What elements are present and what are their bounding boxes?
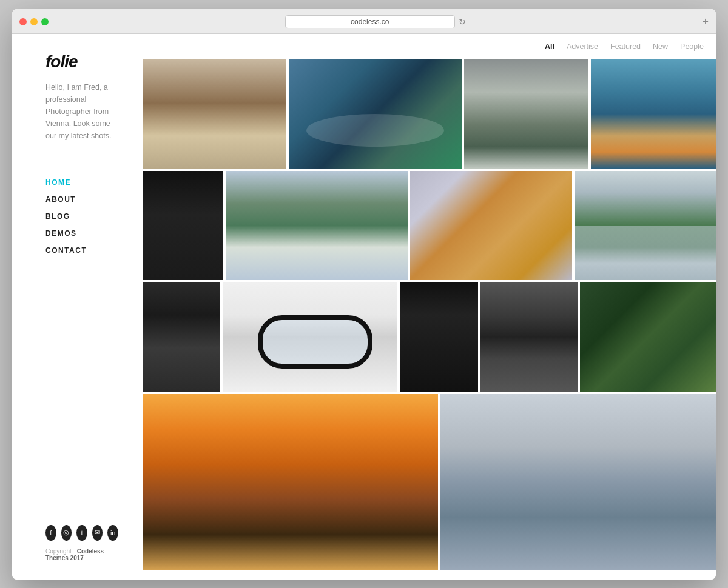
grid-row-2 (143, 171, 716, 280)
photo-forest[interactable] (580, 282, 716, 392)
site-wrapper: folie Hello, I am Fred, a professional P… (12, 34, 716, 580)
nav-demos[interactable]: DEMOS (46, 229, 118, 238)
minimize-button[interactable] (30, 18, 38, 25)
filter-featured[interactable]: Featured (610, 42, 641, 51)
photo-desert[interactable] (143, 59, 286, 169)
photo-golden-gate[interactable] (591, 59, 716, 169)
grid-row-1 (143, 59, 716, 169)
fullscreen-button[interactable] (41, 18, 49, 25)
photo-person[interactable] (143, 171, 223, 280)
site-logo: folie (46, 52, 118, 72)
new-tab-button[interactable]: + (702, 16, 709, 27)
sidebar: folie Hello, I am Fred, a professional P… (12, 34, 143, 580)
photo-grid (143, 59, 716, 570)
photo-mist[interactable] (464, 59, 589, 169)
photo-wolf[interactable] (480, 282, 578, 392)
photo-mountain[interactable] (575, 171, 716, 280)
filter-advertise[interactable]: Advertise (567, 42, 598, 51)
photo-sunset-man[interactable] (143, 394, 438, 570)
social-icons: f ◎ t ✉ in (46, 525, 118, 541)
address-bar: codeless.co ↻ (53, 15, 697, 28)
photo-bridge-aerial[interactable] (440, 394, 716, 570)
photo-portrait[interactable] (400, 282, 477, 392)
instagram-icon[interactable]: ◎ (61, 525, 72, 541)
facebook-icon[interactable]: f (46, 525, 56, 541)
filter-new[interactable]: New (653, 42, 668, 51)
photo-foxes[interactable] (410, 171, 572, 280)
nav-home[interactable]: HOME (46, 178, 118, 187)
url-input[interactable]: codeless.co (285, 15, 455, 28)
photo-lake[interactable] (226, 171, 408, 280)
photo-coast[interactable] (289, 59, 462, 169)
navigation-menu: HOME ABOUT BLOG DEMOS CONTACT (46, 178, 118, 255)
site-description: Hello, I am Fred, a professional Photogr… (46, 81, 118, 142)
filter-people[interactable]: People (680, 42, 704, 51)
reload-icon[interactable]: ↻ (459, 17, 466, 27)
grid-row-3 (143, 282, 716, 392)
nav-blog[interactable]: BLOG (46, 212, 118, 221)
photo-cocktail[interactable] (143, 282, 220, 392)
filter-all[interactable]: All (545, 42, 554, 51)
traffic-lights (19, 18, 49, 25)
grid-row-4 (143, 394, 716, 570)
photo-glasses[interactable] (223, 282, 397, 392)
close-button[interactable] (19, 18, 27, 25)
browser-chrome: codeless.co ↻ + (12, 9, 716, 34)
filter-bar: All Advertise Featured New People (143, 34, 716, 59)
nav-about[interactable]: ABOUT (46, 195, 118, 204)
nav-contact[interactable]: CONTACT (46, 246, 118, 255)
copyright-text: Copyright - Codeless Themes 2017 (46, 548, 118, 561)
linkedin-icon[interactable]: in (107, 525, 118, 541)
twitter-icon[interactable]: t (76, 525, 87, 541)
main-content: All Advertise Featured New People (143, 34, 716, 580)
email-icon[interactable]: ✉ (92, 525, 103, 541)
browser-window: codeless.co ↻ + folie Hello, I am Fred, … (12, 9, 716, 580)
